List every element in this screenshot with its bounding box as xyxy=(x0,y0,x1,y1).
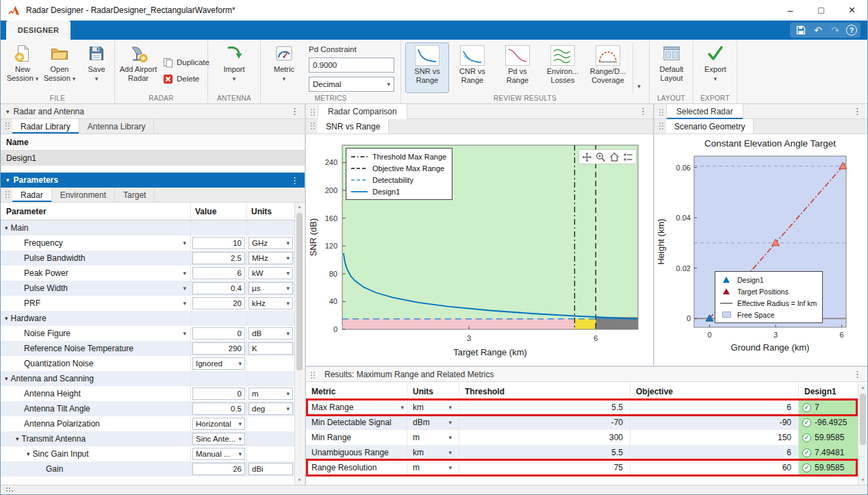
units-dropdown-reference-noise-temperature[interactable]: K xyxy=(248,342,293,355)
scrollbar-thumb[interactable] xyxy=(860,394,866,445)
tab-selected-radar[interactable]: Selected Radar xyxy=(666,104,743,119)
panel-menu-icon[interactable]: ⋮ xyxy=(290,106,299,116)
column-header-design1[interactable]: Design1 xyxy=(799,383,858,399)
column-header-value[interactable]: Value xyxy=(191,203,247,220)
param-row-quantization-noise[interactable]: Quantization NoiseIgnored▾ xyxy=(1,356,294,371)
param-row-main[interactable]: ▾Main xyxy=(1,220,294,236)
scroll-down-icon[interactable]: ▼ xyxy=(295,476,304,485)
scroll-up-icon[interactable]: ▲ xyxy=(295,203,304,212)
format-combo[interactable]: Decimal ▾ xyxy=(309,77,394,92)
redo-icon[interactable]: ↷ xyxy=(828,23,843,37)
value-field-prf[interactable]: 20 xyxy=(192,297,245,309)
help-icon[interactable]: ? xyxy=(846,25,857,36)
add-airport-radar-button[interactable]: Add AirportRadar xyxy=(117,42,159,92)
result-row-range-resolution[interactable]: Range Resolutionm▾7560✓59.9585 xyxy=(306,460,858,475)
column-header-metric[interactable]: Metric xyxy=(306,383,407,399)
tab-radar-comparison[interactable]: Radar Comparison xyxy=(318,104,407,119)
units-dropdown-pulse-bandwidth[interactable]: MHz▾ xyxy=(248,252,293,264)
snr-vs-range-button[interactable]: SNR vsRange xyxy=(405,42,449,93)
value-field-pulse-bandwidth[interactable]: 2.5 xyxy=(192,252,245,264)
maximize-button[interactable]: □ xyxy=(806,0,837,21)
snr-chart-area[interactable]: 0408012016020024036Target Range (km)SNR … xyxy=(306,134,653,366)
collapse-icon[interactable]: ▾ xyxy=(6,108,10,115)
gallery-expand-button[interactable]: ▾ xyxy=(633,42,645,93)
new-session-button[interactable]: NewSession▾ xyxy=(3,42,42,92)
param-row-antenna-tilt-angle[interactable]: Antenna Tilt Angle0.5deg▾ xyxy=(1,401,294,416)
panel-menu-icon[interactable]: ⋮ xyxy=(853,106,862,116)
value-dropdown-transmit-antenna[interactable]: Sinc Ante...▾ xyxy=(192,433,245,445)
units-dropdown-range-resolution[interactable]: m▾ xyxy=(407,460,459,475)
drag-grip-icon[interactable] xyxy=(5,190,10,199)
units-dropdown-min-range[interactable]: m▾ xyxy=(407,430,459,445)
import-button[interactable]: Import▾ xyxy=(215,42,253,92)
value-field-peak-power[interactable]: 6 xyxy=(192,267,245,279)
parameters-section-header[interactable]: ▾ Parameters ⋮ xyxy=(1,173,305,188)
tab-snr-vs-range[interactable]: SNR vs Range xyxy=(318,119,389,134)
radar-antenna-panel-header[interactable]: ▾ Radar and Antenna ⋮ xyxy=(1,104,305,119)
param-row-transmit-antenna[interactable]: ▾Transmit AntennaSinc Ante...▾ xyxy=(1,431,294,446)
units-dropdown-gain[interactable]: dBi xyxy=(248,463,293,475)
value-field-gain[interactable]: 26 xyxy=(192,463,245,475)
drag-grip-icon[interactable] xyxy=(659,122,664,131)
design-row[interactable]: Design1 xyxy=(1,151,305,166)
value-dropdown-quantization-noise[interactable]: Ignored▾ xyxy=(192,357,245,370)
value-field-antenna-height[interactable]: 0 xyxy=(192,388,245,400)
param-row-gain[interactable]: Gain26dBi xyxy=(1,461,294,477)
metric-button[interactable]: Metric▾ xyxy=(265,42,303,92)
result-row-max-range[interactable]: Max Range▾km▾5.56✓7 xyxy=(306,400,858,415)
scroll-up-icon[interactable]: ▲ xyxy=(858,383,867,392)
geometry-chart-area[interactable]: 03600.020.040.06Ground Range (km)Height … xyxy=(654,134,867,366)
value-field-noise-figure[interactable]: 0 xyxy=(192,327,245,340)
value-field-antenna-tilt-angle[interactable]: 0.5 xyxy=(192,403,245,415)
drag-grip-icon[interactable] xyxy=(659,108,664,117)
units-dropdown-min-detectable-signal[interactable]: dBm▾ xyxy=(407,415,459,430)
param-row-prf[interactable]: PRF▾20kHz▾ xyxy=(1,296,294,311)
drag-grip-icon[interactable] xyxy=(310,108,316,117)
pd-constraint-input[interactable] xyxy=(309,58,394,73)
param-row-reference-noise-temperature[interactable]: Reference Noise Temperature290K xyxy=(1,341,294,356)
pd-vs-range-button[interactable]: Pd vsRange xyxy=(496,42,539,93)
column-header-units[interactable]: Units xyxy=(247,203,294,220)
resize-grip-icon[interactable] xyxy=(6,487,14,494)
scroll-down-icon[interactable]: ▼ xyxy=(858,476,867,485)
tab-designer[interactable]: DESIGNER xyxy=(6,21,71,40)
home-icon[interactable] xyxy=(609,151,620,162)
open-session-button[interactable]: OpenSession▾ xyxy=(40,42,79,92)
tab-target[interactable]: Target xyxy=(115,188,155,202)
value-dropdown-antenna-polarization[interactable]: Horizontal▾ xyxy=(192,418,245,430)
param-row-noise-figure[interactable]: Noise Figure▾0dB▾ xyxy=(1,326,294,341)
results-menu-icon[interactable]: ⋮ xyxy=(853,369,862,379)
undo-icon[interactable]: ↶ xyxy=(810,23,826,37)
parameters-menu-icon[interactable]: ⋮ xyxy=(290,175,299,186)
zoom-in-icon[interactable] xyxy=(595,151,607,162)
param-row-peak-power[interactable]: Peak Power▾6kW▾ xyxy=(1,266,294,281)
drag-grip-icon[interactable] xyxy=(310,371,316,380)
result-row-min-range[interactable]: Min Rangem▾300150✓59.9585 xyxy=(306,430,858,445)
collapse-icon[interactable]: ▾ xyxy=(6,177,10,183)
units-dropdown-max-range[interactable]: km▾ xyxy=(407,400,459,415)
tab-antenna-library[interactable]: Antenna Library xyxy=(79,119,155,134)
param-row-antenna-height[interactable]: Antenna Height0m▾ xyxy=(1,386,294,401)
parameters-scrollbar[interactable]: ▲ ▼ xyxy=(294,203,304,485)
tab-scenario-geometry[interactable]: Scenario Geometry xyxy=(666,119,754,134)
tab-radar[interactable]: Radar xyxy=(12,188,52,202)
units-dropdown-frequency[interactable]: GHz▾ xyxy=(248,237,293,249)
save-button[interactable]: Save▾ xyxy=(77,42,116,92)
axes-menu-icon[interactable] xyxy=(622,151,634,162)
close-button[interactable]: × xyxy=(837,0,867,21)
column-header-threshold[interactable]: Threshold xyxy=(459,383,630,399)
units-dropdown-unambiguous-range[interactable]: km▾ xyxy=(407,445,459,460)
tab-radar-library[interactable]: Radar Library xyxy=(12,119,79,134)
param-row-antenna-polarization[interactable]: Antenna PolarizationHorizontal▾ xyxy=(1,416,294,431)
result-row-unambiguous-range[interactable]: Unambiguous Rangekm▾5.56✓7.49481 xyxy=(306,445,858,460)
param-row-sinc-gain-input[interactable]: ▾Sinc Gain InputManual ...▾ xyxy=(1,446,294,461)
value-dropdown-sinc-gain-input[interactable]: Manual ...▾ xyxy=(192,448,245,460)
tab-environment[interactable]: Environment xyxy=(52,188,115,202)
units-dropdown-antenna-height[interactable]: m▾ xyxy=(248,388,293,400)
param-row-frequency[interactable]: Frequency▾10GHz▾ xyxy=(1,236,294,251)
units-dropdown-pulse-width[interactable]: μs▾ xyxy=(248,282,293,294)
value-field-reference-noise-temperature[interactable]: 290 xyxy=(192,342,245,355)
default-layout-button[interactable]: DefaultLayout xyxy=(652,42,691,92)
result-row-min-detectable-signal[interactable]: Min Detectable SignaldBm▾-70-90✓-96.4925 xyxy=(306,415,858,430)
panel-menu-icon[interactable]: ⋮ xyxy=(639,106,648,116)
